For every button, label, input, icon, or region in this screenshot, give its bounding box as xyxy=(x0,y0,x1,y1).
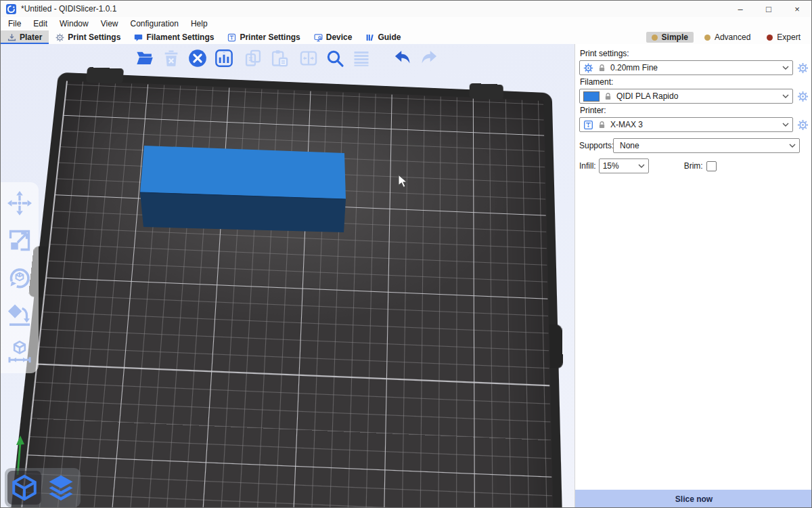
app-window: *Untitled - QIDISlicer-1.0.1 – □ × File … xyxy=(0,0,812,508)
paste-icon xyxy=(270,49,289,68)
expert-mode-dot-icon xyxy=(767,35,773,41)
filament-combo[interactable]: QIDI PLA Rapido xyxy=(579,89,793,104)
printer-icon xyxy=(227,33,236,42)
rotate-icon xyxy=(7,266,32,290)
tab-label: Guide xyxy=(378,33,401,42)
brim-label: Brim: xyxy=(684,161,703,171)
plater-icon xyxy=(7,33,16,42)
menu-bar: File Edit Window View Configuration Help xyxy=(1,17,811,30)
mode-simple[interactable]: Simple xyxy=(646,32,694,43)
move-tool-button[interactable] xyxy=(7,190,32,216)
menu-edit[interactable]: Edit xyxy=(27,17,53,30)
redo-arrow-icon xyxy=(420,49,438,68)
plate-clip xyxy=(86,67,124,84)
arrange-button[interactable] xyxy=(214,48,234,68)
print-settings-value: 0.20mm Fine xyxy=(610,63,778,72)
supports-combo[interactable]: None xyxy=(613,138,800,153)
cube-3d-view-icon xyxy=(10,473,39,502)
paste-button[interactable] xyxy=(269,48,290,68)
copy-icon xyxy=(244,49,263,68)
print-settings-gear-button[interactable] xyxy=(796,62,809,74)
tab-label: Print Settings xyxy=(68,33,120,42)
lock-icon xyxy=(604,92,612,101)
gear-icon xyxy=(797,91,809,102)
close-button[interactable]: × xyxy=(783,1,811,17)
tab-filament-settings[interactable]: Filament Settings xyxy=(127,30,221,44)
mode-advanced[interactable]: Advanced xyxy=(699,32,756,43)
trash-delete-icon xyxy=(162,49,181,68)
filament-value: QIDI PLA Rapido xyxy=(616,91,778,101)
top-toolbar xyxy=(135,48,439,68)
books-icon xyxy=(365,33,374,42)
redo-button[interactable] xyxy=(419,48,439,68)
printer-combo[interactable]: X-MAX 3 xyxy=(579,117,793,132)
maximize-button[interactable]: □ xyxy=(754,1,783,17)
measure-icon xyxy=(7,340,32,364)
monitor-icon xyxy=(314,33,323,42)
mode-label: Advanced xyxy=(715,33,750,42)
menu-window[interactable]: Window xyxy=(53,17,95,30)
tab-label: Device xyxy=(326,33,353,42)
printer-gear-button[interactable] xyxy=(796,119,809,131)
filament-label: Filament: xyxy=(580,77,808,87)
layers-stack-icon xyxy=(47,473,75,502)
print-settings-combo[interactable]: 0.20mm Fine xyxy=(579,60,793,75)
tab-print-settings[interactable]: Print Settings xyxy=(49,30,127,44)
mode-selector: Simple Advanced Expert xyxy=(646,30,811,44)
undo-arrow-icon xyxy=(393,49,412,68)
copy-button[interactable] xyxy=(243,48,263,68)
delete-button[interactable] xyxy=(161,48,181,68)
brim-checkbox[interactable] xyxy=(706,161,717,171)
chevron-down-icon xyxy=(782,66,789,70)
open-button[interactable] xyxy=(135,48,155,68)
menu-help[interactable]: Help xyxy=(185,17,214,30)
tab-plater[interactable]: Plater xyxy=(1,30,49,44)
tab-bar: Plater Print Settings Filament Settings … xyxy=(1,30,811,45)
tab-guide[interactable]: Guide xyxy=(359,30,407,44)
mode-expert[interactable]: Expert xyxy=(761,32,806,43)
menu-configuration[interactable]: Configuration xyxy=(125,17,185,30)
menu-view[interactable]: View xyxy=(95,17,125,30)
layer-lines-icon xyxy=(352,49,371,68)
infill-label: Infill: xyxy=(579,161,596,171)
preview-layers-toggle[interactable] xyxy=(44,471,78,505)
move-arrows-icon xyxy=(7,191,32,215)
undo-button[interactable] xyxy=(392,48,413,68)
tab-printer-settings[interactable]: Printer Settings xyxy=(221,30,307,44)
delete-all-button[interactable] xyxy=(187,48,208,68)
scale-icon xyxy=(7,228,32,253)
print-settings-label: Print settings: xyxy=(580,49,808,58)
infill-combo[interactable]: 15% xyxy=(599,158,649,173)
scale-tool-button[interactable] xyxy=(7,228,32,253)
left-toolbar xyxy=(1,182,39,373)
infill-value: 15% xyxy=(603,161,634,171)
tab-label: Plater xyxy=(20,33,42,42)
viewport-3d[interactable] xyxy=(1,44,574,508)
lock-icon xyxy=(597,64,606,72)
search-button[interactable] xyxy=(325,48,345,68)
simple-mode-dot-icon xyxy=(652,35,658,41)
minimize-button[interactable]: – xyxy=(726,1,754,17)
gear-icon xyxy=(583,63,593,73)
editor-view-toggle[interactable] xyxy=(7,471,41,505)
place-on-face-tool-button[interactable] xyxy=(7,302,32,328)
gear-icon xyxy=(55,33,64,42)
chevron-down-icon xyxy=(789,144,796,148)
window-title: *Untitled - QIDISlicer-1.0.1 xyxy=(21,4,116,14)
tab-device[interactable]: Device xyxy=(307,30,359,44)
variable-layer-height-button[interactable] xyxy=(351,48,371,68)
menu-file[interactable]: File xyxy=(2,17,27,30)
view-toggle-bar xyxy=(5,468,81,507)
mode-label: Expert xyxy=(777,33,800,42)
slice-now-button[interactable]: Slice now xyxy=(575,490,812,508)
arrange-icon xyxy=(215,49,233,68)
plate-clip xyxy=(470,83,503,100)
split-objects-button[interactable] xyxy=(298,48,319,68)
printer-label: Printer: xyxy=(580,106,808,115)
rotate-tool-button[interactable] xyxy=(7,265,32,291)
open-folder-icon xyxy=(135,49,154,68)
filament-gear-button[interactable] xyxy=(796,90,809,102)
delete-all-icon xyxy=(188,49,207,68)
filament-color-swatch xyxy=(583,91,600,102)
measure-tool-button[interactable] xyxy=(7,339,32,365)
